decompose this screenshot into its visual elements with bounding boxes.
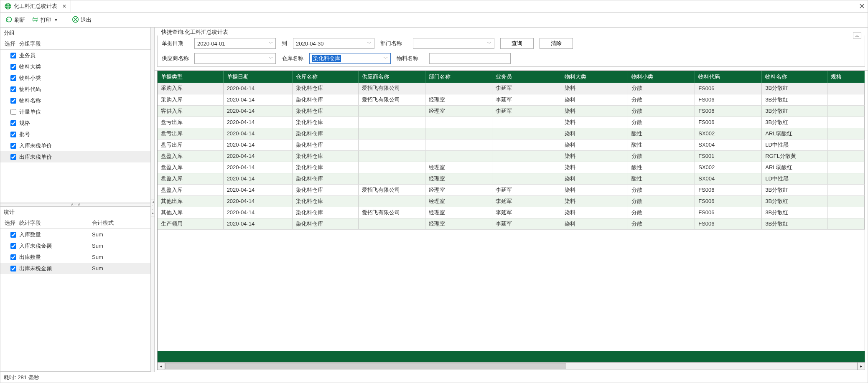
group-checkbox[interactable] bbox=[10, 86, 16, 92]
group-checkbox[interactable] bbox=[10, 120, 16, 126]
material-input[interactable] bbox=[429, 53, 511, 64]
group-row[interactable]: 出库未税单价 bbox=[0, 151, 150, 162]
group-checkbox[interactable] bbox=[10, 143, 16, 149]
group-row[interactable]: 计量单位 bbox=[0, 106, 150, 117]
table-cell bbox=[827, 150, 865, 162]
stat-row[interactable]: 出库数量Sum bbox=[0, 251, 150, 263]
table-row[interactable]: 盘盈入库2020-04-14染化料仓库经理室染料酸性SX004LD中性黑 bbox=[158, 173, 865, 184]
column-header[interactable]: 物料名称 bbox=[762, 71, 827, 83]
table-row[interactable]: 盘盈入库2020-04-14染化料仓库爱招飞有限公司经理室李延军染料分散FS00… bbox=[158, 184, 865, 195]
warehouse-input[interactable]: 染化料仓库 ﹀ bbox=[309, 53, 391, 64]
scroll-thumb[interactable] bbox=[165, 363, 566, 369]
scroll-right-icon[interactable]: ▸ bbox=[857, 363, 865, 370]
table-cell: 酸性 bbox=[628, 162, 695, 173]
scroll-left-icon[interactable]: ◂ bbox=[158, 363, 165, 370]
table-cell: 染料 bbox=[561, 218, 628, 229]
table-row[interactable]: 客供入库2020-04-14染化料仓库经理室李延军染料分散FS0063B分散红 bbox=[158, 105, 865, 117]
group-checkbox[interactable] bbox=[10, 53, 16, 58]
to-label: 到 bbox=[282, 40, 287, 47]
group-row[interactable]: 规格 bbox=[0, 117, 150, 129]
exit-button[interactable]: 退出 bbox=[70, 15, 93, 25]
data-grid: 单据类型单据日期仓库名称供应商名称部门名称业务员物料大类物料小类物料代码物料名称… bbox=[157, 71, 865, 363]
table-cell bbox=[358, 195, 425, 207]
stat-section: 统计 选择 统计字段 合计模式 入库数量Sum入库未税金额Sum出库数量Sum出… bbox=[0, 207, 150, 372]
column-header[interactable]: 单据日期 bbox=[223, 71, 293, 83]
h-scrollbar[interactable]: ◂ ▸ bbox=[157, 363, 865, 370]
table-cell: 染化料仓库 bbox=[293, 184, 358, 195]
column-header[interactable]: 部门名称 bbox=[425, 71, 492, 83]
group-checkbox[interactable] bbox=[10, 109, 16, 115]
group-row[interactable]: 物料小类 bbox=[0, 72, 150, 84]
print-button[interactable]: 打印 ▼ bbox=[30, 15, 60, 25]
table-cell: 经理室 bbox=[425, 162, 492, 173]
column-header[interactable]: 单据类型 bbox=[158, 71, 223, 83]
stat-checkbox[interactable] bbox=[10, 232, 16, 238]
h-splitter[interactable]: ᐱ ··· ᐯ bbox=[0, 203, 150, 207]
table-cell: 李延军 bbox=[492, 94, 561, 105]
column-header[interactable]: 物料小类 bbox=[628, 71, 695, 83]
table-cell bbox=[827, 128, 865, 139]
table-row[interactable]: 盘亏出库2020-04-14染化料仓库染料酸性SX002ARL弱酸红 bbox=[158, 128, 865, 139]
clear-button[interactable]: 清除 bbox=[540, 38, 573, 49]
table-row[interactable]: 盘盈入库2020-04-14染化料仓库经理室染料酸性SX002ARL弱酸红 bbox=[158, 162, 865, 173]
table-row[interactable]: 生产领用2020-04-14染化料仓库经理室李延军染料分散FS0063B分散红 bbox=[158, 218, 865, 229]
table-row[interactable]: 盘盈入库2020-04-14染化料仓库染料分散FS001RGFL分散黄 bbox=[158, 150, 865, 162]
date-from-input[interactable]: 2020-04-01 ﹀ bbox=[194, 38, 276, 49]
table-cell bbox=[358, 105, 425, 117]
dept-input[interactable]: ﹀ bbox=[413, 38, 494, 49]
group-row[interactable]: 物料代码 bbox=[0, 84, 150, 95]
group-row[interactable]: 物料大类 bbox=[0, 61, 150, 72]
table-row[interactable]: 采购入库2020-04-14染化料仓库爱招飞有限公司经理室李延军染料分散FS00… bbox=[158, 94, 865, 105]
stat-checkbox[interactable] bbox=[10, 266, 16, 271]
query-button[interactable]: 查询 bbox=[500, 38, 534, 49]
group-row[interactable]: 业务员 bbox=[0, 50, 150, 61]
group-row[interactable]: 物料名称 bbox=[0, 95, 150, 106]
column-header[interactable]: 供应商名称 bbox=[358, 71, 425, 83]
supplier-input[interactable]: ﹀ bbox=[194, 53, 276, 64]
collapse-filter-button[interactable]: ︽ bbox=[853, 32, 861, 39]
table-row[interactable]: 盘亏出库2020-04-14染化料仓库染料酸性SX004LD中性黑 bbox=[158, 139, 865, 150]
table-row[interactable]: 其他入库2020-04-14染化料仓库爱招飞有限公司经理室李延军染料分散FS00… bbox=[158, 207, 865, 218]
stat-row[interactable]: 入库未税金额Sum bbox=[0, 240, 150, 251]
v-splitter[interactable]: ◂··▸ bbox=[151, 28, 155, 372]
select-header-2: 选择 bbox=[0, 219, 19, 227]
table-cell: 分散 bbox=[628, 150, 695, 162]
group-checkbox[interactable] bbox=[10, 64, 16, 70]
date-to-input[interactable]: 2020-04-30 ﹀ bbox=[293, 38, 374, 49]
column-header[interactable]: 仓库名称 bbox=[293, 71, 358, 83]
group-row[interactable]: 批号 bbox=[0, 129, 150, 140]
group-checkbox[interactable] bbox=[10, 154, 16, 160]
group-row[interactable]: 入库未税单价 bbox=[0, 140, 150, 151]
group-checkbox[interactable] bbox=[10, 98, 16, 104]
table-cell bbox=[358, 150, 425, 162]
table-wrap: 单据类型单据日期仓库名称供应商名称部门名称业务员物料大类物料小类物料代码物料名称… bbox=[155, 71, 868, 372]
stat-list: 入库数量Sum入库未税金额Sum出库数量Sum出库未税金额Sum bbox=[0, 229, 150, 371]
table-cell: 2020-04-14 bbox=[223, 83, 293, 94]
material-field[interactable] bbox=[432, 56, 508, 62]
table-row[interactable]: 其他出库2020-04-14染化料仓库经理室李延军染料分散FS0063B分散红 bbox=[158, 195, 865, 207]
tab-item[interactable]: 化工料汇总统计表 ✕ bbox=[0, 0, 71, 12]
table-row[interactable]: 盘亏出库2020-04-14染化料仓库染料分散FS0063B分散红 bbox=[158, 117, 865, 128]
table-row[interactable]: 采购入库2020-04-14染化料仓库爱招飞有限公司李延军染料分散FS0063B… bbox=[158, 83, 865, 94]
table-cell bbox=[358, 117, 425, 128]
tab-close-icon[interactable]: ✕ bbox=[62, 3, 66, 9]
table-cell: FS006 bbox=[695, 117, 762, 128]
table-cell: 染化料仓库 bbox=[293, 105, 358, 117]
column-header[interactable]: 物料代码 bbox=[695, 71, 762, 83]
table-cell: 分散 bbox=[628, 195, 695, 207]
stat-checkbox[interactable] bbox=[10, 243, 16, 249]
main-close-icon[interactable]: ✕ bbox=[859, 2, 865, 11]
scroll-track[interactable] bbox=[165, 363, 857, 370]
group-checkbox[interactable] bbox=[10, 132, 16, 137]
group-checkbox[interactable] bbox=[10, 75, 16, 81]
stat-row[interactable]: 出库未税金额Sum bbox=[0, 263, 150, 274]
refresh-icon bbox=[5, 16, 13, 24]
column-header[interactable]: 业务员 bbox=[492, 71, 561, 83]
column-header[interactable]: 规格 bbox=[827, 71, 865, 83]
table-cell bbox=[358, 162, 425, 173]
column-header[interactable]: 物料大类 bbox=[561, 71, 628, 83]
refresh-button[interactable]: 刷新 bbox=[4, 15, 27, 25]
stat-checkbox[interactable] bbox=[10, 254, 16, 260]
table-cell bbox=[425, 83, 492, 94]
stat-row[interactable]: 入库数量Sum bbox=[0, 229, 150, 240]
